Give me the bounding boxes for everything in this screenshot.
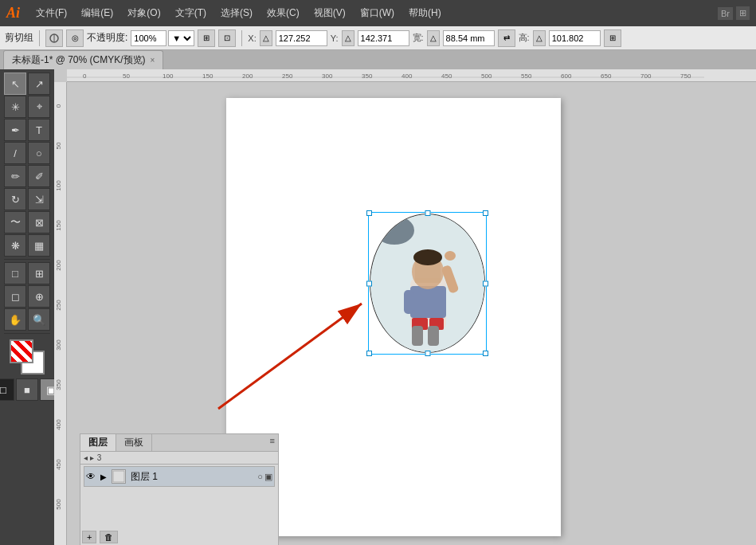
tool-row-4: / ○ [4, 142, 50, 164]
transform-icon[interactable]: ⊞ [604, 29, 621, 47]
svg-text:550: 550 [521, 73, 532, 80]
magic-wand-tool[interactable]: ✳ [4, 96, 26, 118]
menu-file[interactable]: 文件(F) [29, 5, 73, 22]
direct-select-tool[interactable]: ↗ [28, 73, 50, 95]
svg-text:600: 600 [561, 73, 572, 80]
text-tool[interactable]: T [28, 119, 50, 141]
color-boxes [10, 339, 45, 374]
layer-controls: + 🗑 [82, 531, 118, 543]
opacity-dropdown[interactable]: ▼ [168, 30, 194, 46]
pencil-tool[interactable]: ✐ [28, 165, 50, 187]
panel-menu-icon[interactable]: ≡ [267, 434, 278, 451]
svg-text:400: 400 [402, 73, 413, 80]
brush-tool[interactable]: ✏ [4, 165, 26, 187]
grid-icon-2[interactable]: ⊡ [218, 29, 236, 47]
lasso-tool[interactable]: ⌖ [28, 96, 50, 118]
x-input[interactable] [276, 30, 327, 46]
svg-text:150: 150 [55, 220, 62, 231]
layer-visibility-icon[interactable]: 👁 [86, 471, 96, 482]
svg-text:300: 300 [322, 73, 333, 80]
layers-tab[interactable]: 图层 [80, 434, 116, 451]
zoom-tool-2[interactable]: 🔍 [28, 308, 50, 331]
w-up-icon[interactable]: △ [427, 30, 440, 46]
svg-rect-20 [54, 82, 67, 545]
foreground-color-box[interactable] [10, 339, 33, 363]
column-graph-tool[interactable]: ▦ [28, 234, 50, 257]
svg-point-40 [413, 249, 442, 265]
svg-rect-35 [410, 286, 446, 318]
y-up-icon[interactable]: △ [342, 30, 354, 46]
app-logo: Ai [6, 5, 20, 22]
opacity-input[interactable] [131, 30, 166, 46]
panel-expand-icon[interactable]: ◂ ▸ [84, 453, 94, 462]
w-input[interactable] [443, 30, 495, 46]
warp-tool[interactable]: 〜 [4, 211, 26, 233]
opacity-group: ▼ [131, 30, 194, 46]
menu-help[interactable]: 帮助(H) [402, 5, 448, 22]
full-screen-mode[interactable]: ■ [16, 378, 38, 401]
zoom-tool[interactable]: ⊕ [28, 285, 50, 308]
svg-text:750: 750 [680, 73, 691, 80]
rotate-tool[interactable]: ↻ [4, 188, 26, 210]
menu-window[interactable]: 窗口(W) [354, 5, 401, 22]
tool-row-11: ✋ 🔍 [4, 308, 50, 331]
layer-row[interactable]: 👁 ▶ 图层 1 ○ ▣ [84, 466, 275, 487]
tool-row-3: ✒ T [4, 119, 50, 141]
menu-view[interactable]: 视图(V) [307, 5, 352, 22]
panel-tab-bar: 图层 画板 ≡ [80, 434, 278, 452]
symbol-tool[interactable]: ❋ [4, 234, 26, 257]
target-icon[interactable]: ◎ [66, 29, 84, 47]
tab-close-button[interactable]: × [151, 56, 155, 65]
layer-expand-icon[interactable]: ▶ [100, 472, 107, 481]
panel-toolbar: ◂ ▸ 3 [80, 452, 278, 465]
free-transform-tool[interactable]: ⊠ [28, 211, 50, 233]
canvas-area[interactable]: 0 50 100 150 200 250 300 350 400 450 500… [54, 69, 756, 545]
menu-select[interactable]: 选择(S) [214, 5, 259, 22]
eraser-tool[interactable]: ◻ [4, 285, 26, 308]
artboard-tool[interactable]: □ [4, 262, 26, 284]
tool-row-10: ◻ ⊕ [4, 285, 50, 308]
link-icon[interactable]: ⇄ [498, 29, 515, 47]
options-toolbar: 剪切组 ◎ 不透明度: ▼ ⊞ ⊡ X: △ Y: △ 宽: △ ⇄ 高: △ … [0, 26, 756, 50]
tab-title: 未标题-1* @ 70% (CMYK/预览) [12, 53, 146, 67]
menu-effect[interactable]: 效果(C) [260, 5, 306, 22]
grid-icon-1[interactable]: ⊞ [198, 29, 215, 47]
mask-icon[interactable] [45, 29, 63, 47]
svg-text:450: 450 [55, 459, 62, 470]
delete-layer-icon[interactable]: 🗑 [100, 531, 118, 543]
panel-content: 👁 ▶ 图层 1 ○ ▣ [80, 465, 278, 488]
menu-text[interactable]: 文字(T) [169, 5, 213, 22]
layer-lock-icon[interactable]: ○ [257, 472, 263, 481]
h-label: 高: [519, 32, 530, 44]
svg-text:0: 0 [55, 104, 62, 108]
pen-tool[interactable]: ✒ [4, 119, 26, 141]
tool-row-6: ↻ ⇲ [4, 188, 50, 210]
new-layer-icon[interactable]: + [82, 531, 96, 543]
view-mode-row: □ ■ ▣ [0, 378, 62, 401]
h-up-icon[interactable]: △ [533, 30, 546, 46]
workspace-icon[interactable]: ⊞ [736, 6, 750, 20]
x-up-icon[interactable]: △ [260, 30, 272, 46]
document-canvas: 图层 画板 ≡ ◂ ▸ 3 👁 ▶ [67, 82, 756, 545]
scale-tool[interactable]: ⇲ [28, 188, 50, 210]
artboard-tab[interactable]: 画板 [116, 434, 152, 451]
svg-point-42 [445, 251, 456, 261]
document-tab[interactable]: 未标题-1* @ 70% (CMYK/预览) × [3, 50, 163, 69]
main-area: ↖ ↗ ✳ ⌖ ✒ T / ○ ✏ ✐ ↻ ⇲ 〜 ⊠ ❋ ▦ [0, 69, 756, 545]
bridge-icon[interactable]: Br [718, 7, 733, 20]
hand-tool[interactable]: ✋ [4, 308, 26, 331]
h-input[interactable] [549, 30, 601, 46]
slice-tool[interactable]: ⊞ [28, 262, 50, 284]
y-input[interactable] [358, 30, 409, 46]
y-label: Y: [331, 33, 339, 43]
ruler-left: 0 50 100 150 200 250 300 350 400 450 500 [54, 82, 67, 545]
menu-object[interactable]: 对象(O) [121, 5, 166, 22]
line-tool[interactable]: / [4, 142, 26, 164]
select-tool[interactable]: ↖ [4, 73, 26, 95]
image-container[interactable] [370, 214, 485, 353]
svg-rect-44 [412, 326, 423, 346]
menu-edit[interactable]: 编辑(E) [75, 5, 119, 22]
ellipse-tool[interactable]: ○ [28, 142, 50, 164]
normal-mode[interactable]: □ [0, 378, 14, 401]
layer-canvas-icon[interactable]: ▣ [264, 472, 272, 482]
